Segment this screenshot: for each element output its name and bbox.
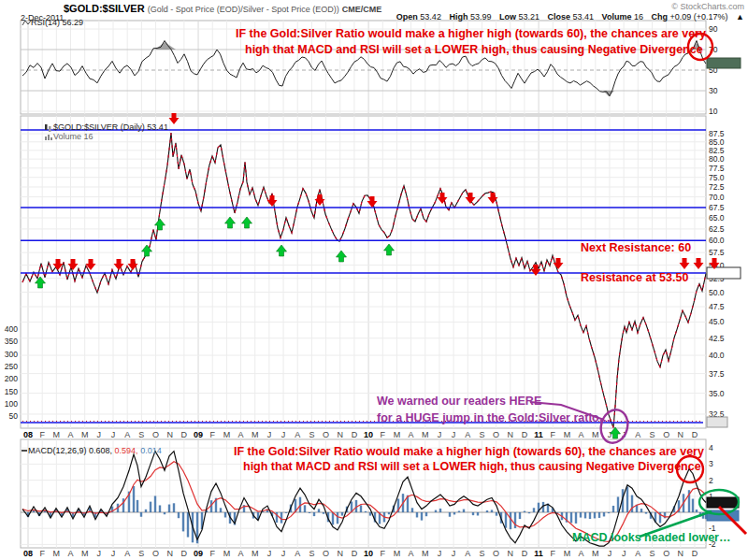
exchange-label: CME/CME	[342, 5, 382, 14]
high-value: 53.99	[470, 12, 492, 22]
svg-text:M: M	[53, 549, 61, 558]
svg-text:J: J	[111, 430, 116, 439]
volume-value: 16	[634, 12, 643, 22]
low-label: Low	[499, 12, 516, 22]
svg-text:M: M	[564, 430, 571, 439]
green-up-arrow	[242, 217, 252, 228]
svg-text:62.5: 62.5	[709, 224, 725, 234]
svg-text:O: O	[152, 549, 159, 558]
svg-text:200: 200	[5, 374, 18, 383]
svg-text:37.5: 37.5	[709, 369, 725, 379]
svg-text:F: F	[381, 549, 386, 558]
high-label: High	[449, 12, 468, 22]
svg-text:F: F	[381, 430, 386, 439]
svg-text:35.0: 35.0	[709, 389, 725, 398]
svg-text:08: 08	[23, 549, 33, 558]
svg-text:F: F	[39, 549, 45, 558]
svg-text:A: A	[465, 549, 470, 558]
top-divergence-note-line2: high that MACD and RSI will set a LOWER …	[245, 43, 703, 56]
svg-text:A: A	[465, 430, 470, 439]
svg-text:N: N	[508, 430, 514, 439]
stockcharts-chart-page: 907050301087.585.082.580.077.575.072.570…	[0, 0, 748, 560]
legend-icons	[22, 21, 52, 451]
chg-label: Chg	[652, 12, 669, 22]
purple-warning-note-line2: for a HUGE jump in the Gold:Silver ratio…	[377, 411, 611, 424]
svg-text:D: D	[181, 430, 188, 439]
svg-text:A: A	[409, 549, 414, 558]
svg-text:10: 10	[709, 107, 718, 116]
quote-strip: Open 53.42 High 53.99 Low 53.21 Close 53…	[396, 12, 744, 22]
svg-text:F: F	[39, 430, 45, 439]
macd-value-blue: 0.014	[140, 446, 162, 455]
resistance-60-note: Next Resistance: 60	[581, 241, 691, 254]
svg-text:90: 90	[709, 24, 718, 34]
red-down-arrow	[554, 258, 564, 269]
svg-text:M: M	[394, 549, 401, 558]
svg-text:A: A	[68, 430, 74, 439]
symbol-label: $GOLD:$SILVER	[64, 3, 145, 14]
red-down-arrow	[466, 193, 476, 204]
svg-text:77.5: 77.5	[709, 164, 725, 173]
svg-text:M: M	[252, 549, 259, 558]
macd-name-label: MACD(12,26,9)	[28, 446, 87, 455]
svg-text:O: O	[152, 430, 159, 439]
macd-divergence-note-line1: IF the Gold:Silver Ratio would make a hi…	[234, 445, 704, 458]
svg-text:D: D	[352, 430, 358, 439]
chg-value: +0.09 (+0.17%)	[670, 12, 728, 22]
svg-text:S: S	[138, 430, 144, 439]
svg-text:M: M	[422, 549, 429, 558]
red-down-arrow	[114, 259, 124, 270]
svg-text:M: M	[81, 549, 89, 558]
svg-text:O: O	[663, 430, 669, 439]
svg-text:J: J	[452, 430, 456, 439]
open-label: Open	[396, 12, 418, 22]
svg-text:S: S	[479, 549, 484, 558]
svg-text:10: 10	[364, 430, 373, 439]
svg-text:J: J	[622, 549, 626, 558]
svg-text:M: M	[223, 549, 231, 558]
svg-text:M: M	[53, 430, 61, 439]
svg-text:A: A	[295, 549, 300, 558]
svg-text:O: O	[663, 549, 669, 558]
macd-panel-label: MACD(12,26,9) 0.608, 0.594, 0.014	[28, 446, 162, 455]
svg-text:60.0: 60.0	[709, 236, 725, 245]
svg-text:A: A	[238, 430, 244, 439]
svg-text:M: M	[592, 549, 599, 558]
svg-text:J: J	[97, 430, 102, 439]
green-up-arrow	[142, 245, 152, 256]
rsi-panel-label: RSI(14) 56.29	[31, 18, 83, 27]
svg-text:D: D	[692, 430, 698, 439]
svg-text:A: A	[579, 430, 584, 439]
svg-text:M: M	[564, 549, 571, 558]
svg-text:N: N	[166, 549, 173, 558]
svg-text:30: 30	[709, 86, 718, 95]
svg-text:A: A	[295, 430, 300, 439]
svg-text:09: 09	[194, 549, 203, 558]
svg-text:N: N	[166, 430, 173, 439]
svg-text:400: 400	[5, 324, 18, 334]
close-value: 53.41	[573, 12, 595, 22]
macd-divergence-note-line2: high that MACD and RSI will set a LOWER …	[243, 460, 701, 473]
svg-text:J: J	[281, 549, 286, 558]
svg-text:D: D	[352, 549, 358, 558]
axis-labels: 907050301087.585.082.580.077.575.072.570…	[5, 24, 734, 558]
svg-text:A: A	[635, 549, 640, 558]
svg-text:J: J	[608, 430, 612, 439]
svg-text:67.5: 67.5	[709, 203, 725, 212]
svg-text:F: F	[209, 549, 215, 558]
purple-warning-note-line1: We warned our readers HERE	[377, 395, 541, 408]
svg-text:57.5: 57.5	[709, 248, 725, 257]
svg-text:M: M	[422, 430, 429, 439]
svg-text:S: S	[138, 549, 144, 558]
svg-text:M: M	[394, 430, 401, 439]
svg-text:M: M	[252, 430, 259, 439]
svg-text:A: A	[124, 549, 130, 558]
svg-text:N: N	[678, 549, 684, 558]
green-up-arrow	[277, 245, 287, 256]
svg-text:J: J	[267, 549, 272, 558]
green-up-arrow	[384, 244, 395, 255]
svg-text:A: A	[238, 549, 244, 558]
svg-text:80.0: 80.0	[709, 154, 725, 164]
svg-text:65.0: 65.0	[709, 213, 725, 223]
page-title: $GOLD:$SILVER (Gold - Spot Price (EOD)/S…	[64, 3, 381, 14]
